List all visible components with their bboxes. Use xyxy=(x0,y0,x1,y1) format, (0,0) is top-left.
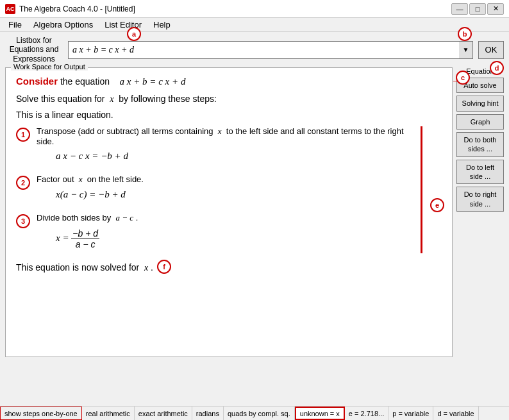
step-2-content: Factor out x on the left side. x(a − c) … xyxy=(37,174,410,204)
consider-word: Consider xyxy=(16,76,58,87)
annotation-f: f xyxy=(157,260,171,274)
annotation-d: d xyxy=(490,61,504,75)
consider-block: Consider the equation a x + b = c x + d xyxy=(16,76,442,87)
right-sidebar: d Equation Auto solve Solving hint Graph… xyxy=(453,67,504,357)
work-area-group: Work Space for Output → c Consider the e… xyxy=(5,67,453,357)
step-1-block: 1 Transpose (add or subtract) all terms … xyxy=(16,126,410,165)
solving-hint-button[interactable]: Solving hint xyxy=(456,96,504,111)
minimize-button[interactable]: — xyxy=(451,3,468,15)
work-area-scroll[interactable]: Consider the equation a x + b = c x + d … xyxy=(6,68,452,357)
the-equation-text: the equation xyxy=(60,76,110,87)
step-1-number: 1 xyxy=(16,128,30,142)
main-equation-display: a x + b = c x + d xyxy=(120,76,186,87)
step-3-formula: x = −b + d a − c xyxy=(56,228,410,249)
annotation-a: a xyxy=(127,27,141,41)
equation-input-wrapper: ▼ xyxy=(68,41,473,59)
menu-bar: File Algebra Options List Editor Help xyxy=(0,18,509,32)
do-left-side-button[interactable]: Do to left side ... xyxy=(456,160,504,185)
step-2-number: 2 xyxy=(16,176,30,190)
main-content: a b Listbox for Equations and Expression… xyxy=(0,32,509,361)
do-right-side-button[interactable]: Do to right side ... xyxy=(456,187,504,212)
window-controls: — □ ✕ xyxy=(451,3,504,15)
status-show-steps[interactable]: show steps one-by-one xyxy=(0,407,82,420)
app-icon: AC xyxy=(5,4,15,14)
maximize-button[interactable]: □ xyxy=(469,3,486,15)
listbox-label: Listbox for Equations and Expressions xyxy=(5,36,63,63)
step-2-formula: x(a − c) = −b + d xyxy=(56,189,410,200)
step-3-block: 3 Divide both sides by a − c . x = −b + … xyxy=(16,213,410,253)
step-1-content: Transpose (add or subtract) all terms co… xyxy=(37,126,410,165)
status-real-arith[interactable]: real arithmetic xyxy=(82,407,135,420)
status-exact-arith[interactable]: exact arithmetic xyxy=(135,407,192,420)
status-bar: show steps one-by-one real arithmetic ex… xyxy=(0,406,509,420)
step-3-content: Divide both sides by a − c . x = −b + d … xyxy=(37,213,410,253)
status-radians[interactable]: radians xyxy=(192,407,224,420)
annotation-c: c xyxy=(456,71,470,85)
step-2-block: 2 Factor out x on the left side. x(a − c… xyxy=(16,174,410,204)
menu-help[interactable]: Help xyxy=(147,18,176,31)
work-area-container: Work Space for Output → c Consider the e… xyxy=(5,67,504,357)
solve-intro: Solve this equation for x by following t… xyxy=(16,94,442,105)
annotation-e: e xyxy=(430,198,444,212)
solved-text: This equation is now solved for x . f xyxy=(16,262,442,273)
status-e-val[interactable]: e = 2.718... xyxy=(345,407,388,420)
dropdown-button[interactable]: ▼ xyxy=(459,41,473,59)
linear-text: This is a linear equation. xyxy=(16,110,442,120)
menu-algebra-options[interactable]: Algebra Options xyxy=(28,18,99,31)
bracket-group: 1 Transpose (add or subtract) all terms … xyxy=(16,126,422,253)
close-button[interactable]: ✕ xyxy=(487,3,504,15)
fraction-numerator: −b + d xyxy=(71,228,99,239)
status-unknown[interactable]: unknown = x xyxy=(295,407,345,420)
status-quads[interactable]: quads by compl. sq. xyxy=(224,407,295,420)
window-title: The Algebra Coach 4.0 - [Untitled] xyxy=(19,4,447,13)
equation-input[interactable] xyxy=(68,41,473,59)
annotation-b: b xyxy=(458,27,472,41)
graph-button[interactable]: Graph xyxy=(456,114,504,130)
title-bar: AC The Algebra Coach 4.0 - [Untitled] — … xyxy=(0,0,509,18)
menu-list-editor[interactable]: List Editor xyxy=(99,18,147,31)
step-3-number: 3 xyxy=(16,214,30,228)
menu-file[interactable]: File xyxy=(3,18,28,31)
input-row: a b Listbox for Equations and Expression… xyxy=(5,36,504,63)
step-1-formula: a x − c x = −b + d xyxy=(56,150,410,162)
status-d-var[interactable]: d = variable xyxy=(433,407,478,420)
ok-button[interactable]: OK xyxy=(478,41,504,59)
status-p-var[interactable]: p = variable xyxy=(388,407,433,420)
do-both-sides-button[interactable]: Do to both sides ... xyxy=(456,132,504,157)
fraction-denominator: a − c xyxy=(74,239,97,249)
